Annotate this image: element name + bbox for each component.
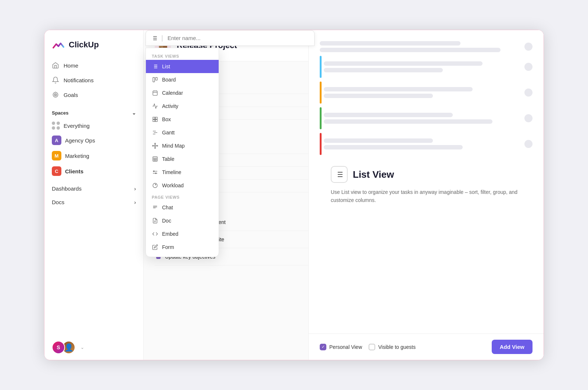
dropdown-item-board[interactable]: Board xyxy=(146,73,219,86)
chat-label: Chat xyxy=(162,205,173,210)
svg-rect-16 xyxy=(153,77,155,82)
embed-label: Embed xyxy=(162,231,178,237)
clients-label: Clients xyxy=(65,168,83,174)
svg-point-45 xyxy=(153,171,154,172)
visible-guests-checkbox[interactable]: Visible to guests xyxy=(369,344,416,350)
svg-rect-23 xyxy=(155,117,157,119)
add-view-button[interactable]: Add View xyxy=(492,340,533,354)
sidebar-bottom: Dashboards › Docs › xyxy=(44,179,143,212)
dropdown-chevron[interactable]: ⌄ xyxy=(80,345,84,350)
activity-label: Activity xyxy=(162,103,178,109)
dropdown-item-list[interactable]: List xyxy=(146,60,219,73)
dropdown-item-doc[interactable]: Doc xyxy=(146,214,219,227)
sidebar-item-clients[interactable]: C Clients xyxy=(44,163,143,179)
embed-icon xyxy=(152,231,158,237)
check-icon: ✓ xyxy=(322,344,325,349)
svg-rect-17 xyxy=(155,77,157,80)
timeline-icon xyxy=(152,169,158,176)
sidebar-nav: Home Notifications Goals xyxy=(44,55,143,105)
user-avatar-s: S xyxy=(52,341,65,354)
spaces-list: Everything A Agency Ops M Marketing C Cl… xyxy=(44,119,143,179)
agency-ops-avatar: A xyxy=(52,136,61,145)
sidebar-item-goals[interactable]: Goals xyxy=(44,87,143,102)
box-icon xyxy=(152,116,158,123)
right-panel-footer: ✓ Personal View Visible to guests Add Vi… xyxy=(309,333,544,360)
dashboards-chevron: › xyxy=(134,185,136,192)
list-view-icon xyxy=(331,166,348,183)
dashboards-item[interactable]: Dashboards › xyxy=(44,182,143,195)
dropdown-item-embed[interactable]: Embed xyxy=(146,227,219,241)
dropdown-item-workload[interactable]: Workload xyxy=(146,179,219,192)
svg-point-29 xyxy=(154,145,156,147)
dropdown-item-gantt[interactable]: Gantt xyxy=(146,126,219,139)
everything-label: Everything xyxy=(64,123,90,129)
box-label: Box xyxy=(162,116,171,122)
form-icon xyxy=(152,244,158,250)
sidebar-footer: S 👤 ⌄ xyxy=(44,335,143,360)
board-label: Board xyxy=(162,77,176,83)
home-label: Home xyxy=(64,62,78,69)
svg-point-2 xyxy=(55,94,56,95)
notifications-label: Notifications xyxy=(64,77,94,83)
view-name-input[interactable] xyxy=(168,35,309,41)
app-name: ClickUp xyxy=(69,40,99,50)
dropdown-item-calendar[interactable]: Calendar xyxy=(146,86,219,100)
list-view-title: List View xyxy=(353,169,394,180)
svg-point-46 xyxy=(155,173,157,174)
dropdown-item-table[interactable]: Table xyxy=(146,152,219,166)
mind-map-icon xyxy=(152,142,158,149)
visible-guests-check-box[interactable] xyxy=(369,344,375,350)
calendar-icon xyxy=(152,90,158,96)
chat-icon xyxy=(152,204,158,211)
table-icon xyxy=(152,156,158,162)
marketing-avatar: M xyxy=(52,151,61,160)
personal-view-label: Personal View xyxy=(329,344,362,350)
dropdown-item-box[interactable]: Box xyxy=(146,113,219,126)
sidebar-item-marketing[interactable]: M Marketing xyxy=(44,148,143,163)
dropdown-item-form[interactable]: Form xyxy=(146,241,219,254)
dropdown-item-activity[interactable]: Activity xyxy=(146,100,219,113)
list-view-preview: List View Use List view to organize your… xyxy=(309,30,544,333)
board-icon xyxy=(152,76,158,83)
calendar-label: Calendar xyxy=(162,90,183,96)
svg-rect-18 xyxy=(153,91,157,95)
preview-graphic xyxy=(320,41,533,155)
spaces-header[interactable]: Spaces ⌄ xyxy=(44,105,143,119)
table-label: Table xyxy=(162,156,174,162)
mind-map-label: Mind Map xyxy=(162,143,184,149)
workload-label: Workload xyxy=(162,183,184,188)
everything-icon xyxy=(52,122,60,130)
sidebar-item-everything[interactable]: Everything xyxy=(44,119,143,133)
list-view-header: List View xyxy=(331,166,521,183)
personal-view-checkbox[interactable]: ✓ Personal View xyxy=(320,344,362,350)
cursor-indicator: | xyxy=(161,34,163,42)
sidebar-item-agency-ops[interactable]: A Agency Ops xyxy=(44,133,143,148)
svg-rect-22 xyxy=(153,117,155,119)
workload-icon xyxy=(152,182,158,189)
activity-icon xyxy=(152,103,158,109)
right-panel: List View Use List view to organize your… xyxy=(308,30,544,360)
dropdown-item-timeline[interactable]: Timeline xyxy=(146,166,219,179)
agency-ops-label: Agency Ops xyxy=(65,137,95,144)
dropdown-item-mind-map[interactable]: Mind Map xyxy=(146,139,219,152)
app-container: ClickUp Home Notifications xyxy=(44,30,544,360)
task-views-label: TASK VIEWS xyxy=(146,51,219,60)
doc-icon xyxy=(152,217,158,224)
list-icon xyxy=(151,35,158,41)
sidebar-item-notifications[interactable]: Notifications xyxy=(44,73,143,87)
dropdown-item-chat[interactable]: Chat xyxy=(146,201,219,214)
sidebar-item-home[interactable]: Home xyxy=(44,58,143,73)
docs-chevron: › xyxy=(134,199,136,205)
spaces-chevron: ⌄ xyxy=(132,110,136,116)
form-label: Form xyxy=(162,244,174,250)
view-name-bar: | xyxy=(146,30,315,46)
dropdown-panel: TASK VIEWS List Board xyxy=(146,48,219,257)
list-label: List xyxy=(162,64,170,69)
dashboards-label: Dashboards xyxy=(52,185,82,192)
personal-view-check-box[interactable]: ✓ xyxy=(320,344,326,350)
docs-item[interactable]: Docs › xyxy=(44,195,143,209)
list-view-info: List View Use List view to organize your… xyxy=(320,166,533,219)
list-icon xyxy=(152,63,158,70)
app-logo: ClickUp xyxy=(44,30,143,55)
goals-label: Goals xyxy=(64,92,78,98)
